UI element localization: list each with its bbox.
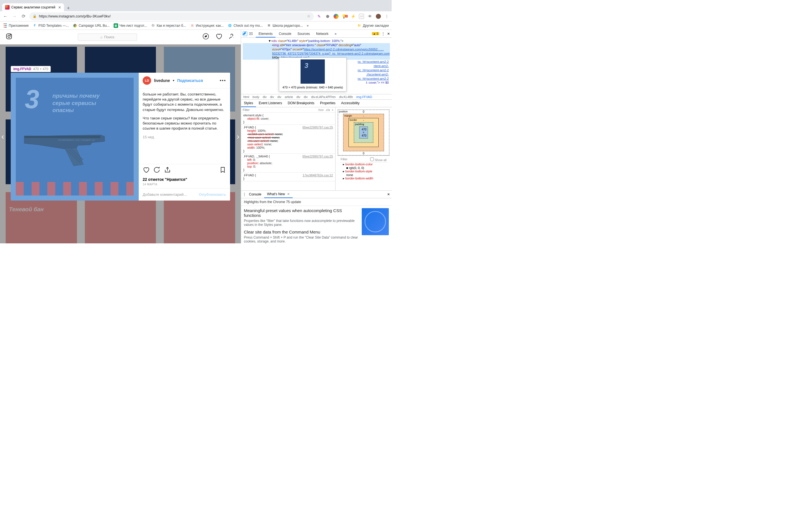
tab-dom-breakpoints[interactable]: DOM Breakpoints — [285, 100, 317, 107]
post-header: LD livedune • Подписаться ••• — [139, 73, 230, 89]
share-icon[interactable] — [164, 166, 171, 175]
whatsnew-title: Clear site data from the Command Menu — [244, 230, 359, 234]
settings-icon[interactable]: ⋮ — [382, 32, 385, 36]
close-icon[interactable]: ✕ — [229, 33, 236, 42]
tab-styles[interactable]: Styles — [241, 100, 256, 107]
bookmark[interactable]: ⌘Школа редакторо... — [267, 23, 303, 28]
tab-event-listeners[interactable]: Event Listeners — [256, 100, 285, 107]
search-placeholder: Поиск — [104, 35, 114, 39]
instagram-logo-icon[interactable] — [6, 33, 12, 41]
ext-icon[interactable]: ✎ — [317, 14, 322, 19]
close-tab-icon[interactable]: ✕ — [286, 192, 290, 196]
show-all-checkbox[interactable] — [370, 158, 374, 161]
ext-icon[interactable]: 💡2 — [342, 14, 347, 19]
ext-icon[interactable]: 10 — [359, 14, 364, 19]
search-icon: ⌕ — [100, 35, 103, 39]
bookmark[interactable]: 示Инструкция: как... — [190, 23, 224, 28]
tab-properties[interactable]: Properties — [317, 100, 338, 107]
drawer: ⋮ Console What's New ✕ ✕ Highlights from… — [241, 190, 392, 243]
likes-count[interactable]: 22 отметок "Нравится" — [139, 177, 230, 183]
add-rule-icon[interactable]: + — [332, 108, 334, 112]
ext-icon[interactable]: 👁 — [367, 14, 372, 19]
image-title: причины почему серые сервисы опасны — [52, 93, 100, 114]
instagram-header: ⌕ Поиск — [0, 30, 241, 45]
whatsnew-title: Meaningful preset values when autocomple… — [244, 208, 359, 218]
devtools-body: ▼<div class="KL4Bh" style="padding-botto… — [241, 38, 392, 190]
inspect-element-icon[interactable] — [243, 32, 247, 36]
comment-icon[interactable] — [153, 166, 160, 175]
drawer-tab-whatsnew[interactable]: What's New ✕ — [264, 191, 293, 198]
whatsnew-desc: Properties like "filter" that take funct… — [244, 219, 359, 227]
computed-pane[interactable]: Filter Show all ▸ border-bottom-color■ r… — [338, 156, 389, 181]
box-model: position 0 margin - border - padding - 4… — [335, 107, 392, 190]
tab-console[interactable]: Console — [276, 30, 294, 38]
avatar-icon[interactable] — [376, 14, 381, 19]
styles-pane[interactable]: :hov .cls + element.style {object-fit: c… — [241, 107, 335, 190]
whatsnew-image — [362, 208, 389, 235]
device-toggle-icon[interactable]: ⌧ — [249, 32, 253, 36]
post-image[interactable]: 3 причины почему серые сервисы опасны GO… — [11, 73, 139, 201]
more-icon[interactable]: ••• — [220, 78, 226, 83]
bookmark[interactable]: Campaign URL Bu... — [73, 23, 110, 28]
bookmark-star-icon[interactable]: ☆ — [307, 14, 310, 18]
drawer-close-icon[interactable]: ✕ — [387, 192, 390, 196]
username[interactable]: livedune — [154, 78, 170, 83]
browser-chrome: Сервис аналитики соцсетей ✕ + ← → ⟳ 🔒 ht… — [0, 0, 392, 30]
menu-icon[interactable]: ⋮ — [384, 14, 389, 19]
close-devtools-icon[interactable]: ✕ — [387, 32, 390, 36]
time-ago: 15 нед. — [143, 135, 226, 140]
like-icon[interactable] — [143, 166, 149, 175]
post-comment-button[interactable]: Опубликовать — [199, 192, 226, 196]
warning-badge[interactable]: ▲ 1 — [372, 32, 379, 35]
save-icon[interactable] — [219, 166, 226, 175]
big-number: 3 — [25, 89, 39, 110]
tab-sources[interactable]: Sources — [295, 30, 313, 38]
drawer-menu-icon[interactable]: ⋮ — [243, 192, 246, 196]
cls-toggle[interactable]: .cls — [325, 108, 330, 112]
svg-text:GOVERNMENT COLT CALIBER .22: GOVERNMENT COLT CALIBER .22 — [58, 139, 95, 142]
breadcrumb[interactable]: htmlbodydivdivdivarticledivdivdiv.eLAPa.… — [241, 94, 392, 100]
styles-filter-input[interactable] — [243, 108, 316, 112]
hov-toggle[interactable]: :hov — [318, 108, 324, 112]
elements-pane[interactable]: ▼<div class="KL4Bh" style="padding-botto… — [241, 38, 392, 94]
tab-network[interactable]: Network — [313, 30, 331, 38]
forward-button[interactable]: → — [11, 14, 17, 19]
main-split: ⌕ Поиск LIVEDUNE LIVEDUNE LIVEDUNE самос… — [0, 30, 392, 243]
page-content: ⌕ Поиск LIVEDUNE LIVEDUNE LIVEDUNE самос… — [0, 30, 241, 243]
apps-button[interactable]: Приложения — [3, 23, 29, 28]
tab-elements[interactable]: Elements — [256, 30, 275, 38]
tabs-more[interactable]: » — [332, 30, 340, 38]
address-bar[interactable]: 🔒 https://www.instagram.com/p/Bu-3KuwF0k… — [29, 12, 314, 20]
bookmark[interactable]: 🌐Check out my mo... — [227, 23, 262, 28]
next-icon[interactable]: › — [237, 132, 239, 141]
svg-point-2 — [10, 34, 11, 35]
tab-close-icon[interactable]: ✕ — [58, 5, 61, 10]
bookmark[interactable]: FPSD Templates —... — [33, 23, 69, 28]
heart-icon[interactable] — [215, 33, 222, 41]
bookmark[interactable]: ▦Чек-лист подгот... — [114, 23, 147, 28]
new-tab-button[interactable]: + — [64, 5, 73, 11]
instagram-favicon-icon — [5, 5, 10, 10]
svg-rect-6 — [24, 136, 100, 138]
prev-icon[interactable]: ‹ — [1, 132, 4, 141]
follow-button[interactable]: Подписаться — [177, 78, 203, 83]
drawer-heading: Highlights from the Chrome 75 update — [241, 198, 392, 206]
reload-button[interactable]: ⟳ — [20, 13, 27, 19]
search-input[interactable]: ⌕ Поиск — [78, 34, 137, 41]
bookmark[interactable]: ⓗКак я перестал б... — [151, 23, 186, 28]
drawer-tab-console[interactable]: Console — [246, 191, 264, 198]
back-button[interactable]: ← — [2, 14, 8, 19]
other-bookmarks[interactable]: 📁Другие закладки — [357, 23, 389, 28]
tab-accessibility[interactable]: Accessibility — [338, 100, 362, 107]
browser-tab[interactable]: Сервис аналитики соцсетей ✕ — [2, 3, 64, 11]
avatar[interactable]: LD — [143, 76, 151, 85]
comment-input[interactable]: Добавьте комментарий... — [143, 192, 187, 196]
ext-icon[interactable]: ⬢ — [325, 14, 330, 19]
explore-icon[interactable] — [202, 33, 209, 41]
bookmarks-overflow[interactable]: » — [307, 24, 309, 27]
ext-icon[interactable]: ⚡ — [350, 14, 356, 19]
stripes-decoration — [16, 182, 134, 195]
devtools-tabs: ⌧ Elements Console Sources Network » ▲ 1… — [241, 30, 392, 38]
extensions: ✎ ⬢ 💡2 ⚡ 10 👁 ⋮ — [317, 14, 389, 19]
ext-icon[interactable] — [334, 14, 339, 19]
